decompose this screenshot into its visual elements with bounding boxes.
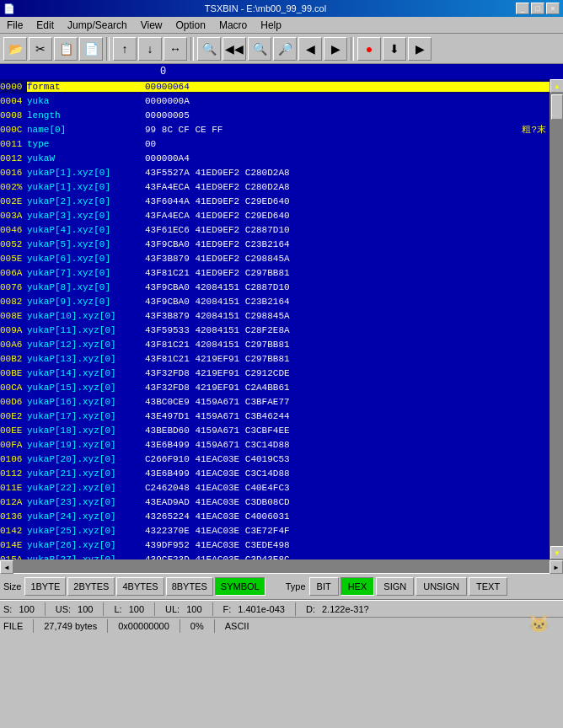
hex-row[interactable]: 008EyukaP[10].xyz[0]43F3B879 42084151 C2… [0,308,550,323]
record-button[interactable]: ● [357,37,381,61]
type-text-button[interactable]: TEXT [469,577,507,596]
vertical-scrollbar[interactable]: ▲ ▼ [550,79,563,559]
hex-row[interactable]: 015AyukaP[27].xyz[0]439CF23D 41EAC03E C3… [0,552,550,559]
row-address: 0016 [0,168,27,178]
menu-option[interactable]: Option [169,18,212,33]
copy-button[interactable]: 📋 [54,37,78,61]
hex-content[interactable]: 0000format000000640004yuka0000000A0008le… [0,79,550,559]
hex-row[interactable]: 00E2yukaP[17].xyz[0]43E497D1 4159A671 C3… [0,409,550,423]
size-1byte-button[interactable]: 1BYTE [24,577,66,596]
size-2bytes-button[interactable]: 2BYTES [67,577,115,596]
step-button[interactable]: ⬇ [383,37,406,61]
hex-row[interactable]: 00D6yukaP[16].xyz[0]43BC0CE9 4159A671 C3… [0,394,550,409]
prev-button[interactable]: ◀◀ [223,37,246,61]
title-icon: 📄 [3,3,15,14]
hex-row[interactable]: 0012yukaW000000A4 [0,151,550,165]
row-field-value: 43E6B499 4159A671 C3C14D88 [145,440,550,450]
hex-row[interactable]: 012AyukaP[23].xyz[0]43EAD9AD 41EAC03E C3… [0,495,550,509]
menu-macro[interactable]: Macro [212,18,254,33]
hex-row[interactable]: 0106yukaP[20].xyz[0]C266F910 41EAC03E C4… [0,452,550,466]
main-area: 0000format000000640004yuka0000000A0008le… [0,79,563,559]
hex-row[interactable]: 0136yukaP[24].xyz[0]43265224 41EAC03E C4… [0,509,550,523]
hex-row[interactable]: 0082yukaP[9].xyz[0]43F9CBA0 42084151 C23… [0,294,550,308]
next-button[interactable]: 🔍 [248,37,271,61]
hscroll-right-button[interactable]: ▶ [550,560,563,574]
hex-row[interactable]: 00A6yukaP[12].xyz[0]43F81C21 42084151 C2… [0,337,550,351]
maximize-button[interactable]: □ [531,3,544,14]
hex-row[interactable]: 00BEyukaP[14].xyz[0]43F32FD8 4219EF91 C2… [0,366,550,380]
row-address: 00CA [0,383,27,393]
type-unsign-button[interactable]: UNSIGN [416,577,467,596]
hex-row[interactable]: 0011type00 [0,136,550,151]
hex-row[interactable]: 009AyukaP[11].xyz[0]43F59533 42084151 C2… [0,323,550,337]
hex-row[interactable]: 0142yukaP[25].xyz[0]4322370E 41EAC03E C3… [0,523,550,538]
size-4bytes-button[interactable]: 4BYTES [116,577,164,596]
menu-view[interactable]: View [134,18,169,33]
hex-row[interactable]: 005EyukaP[6].xyz[0]43F3B879 41ED9EF2 C29… [0,251,550,265]
row-field-value: C266F910 41EAC03E C4019C53 [145,454,550,464]
play-button[interactable]: ▶ [408,37,432,61]
prev2-button[interactable]: ◀ [298,37,322,61]
menu-jump-search[interactable]: Jump/Search [61,18,134,33]
hscroll-track[interactable] [13,560,550,573]
hex-row[interactable]: 0052yukaP[5].xyz[0]43F9CBA0 41ED9EF2 C23… [0,237,550,251]
menu-file[interactable]: File [0,18,29,33]
scroll-track[interactable] [550,93,563,546]
hex-row[interactable]: 0000format00000064 [0,79,550,94]
delete-button[interactable]: ↓ [138,37,162,61]
percent: 0% [190,621,204,631]
hex-row[interactable]: 00FAyukaP[19].xyz[0]43E6B499 4159A671 C3… [0,437,550,452]
type-sign-button[interactable]: SIGN [376,577,414,596]
search2-button[interactable]: 🔎 [273,37,297,61]
hex-row[interactable]: 0112yukaP[21].xyz[0]43E6B499 41EAC03E C3… [0,466,550,480]
row-field-name: name[0] [27,125,145,135]
close-button[interactable]: × [546,3,560,14]
row-field-value: C2462048 41EAC03E C40E4FC3 [145,483,550,493]
scroll-thumb[interactable] [551,94,563,120]
scroll-up-button[interactable]: ▲ [550,79,563,93]
row-field-value: 43FA4ECA 41ED9EF2 C280D2A8 [145,182,550,192]
size-symbol-button[interactable]: SYMBOL [215,577,265,596]
type-hex-button[interactable]: HEX [340,577,375,596]
row-address: 012A [0,497,27,507]
hex-row[interactable]: 002EyukaP[2].xyz[0]43F6044A 41ED9EF2 C29… [0,194,550,208]
row-field-name: yukaP[13].xyz[0] [27,354,145,364]
hex-row[interactable]: 00B2yukaP[13].xyz[0]43F81C21 4219EF91 C2… [0,351,550,366]
hex-row[interactable]: 002%yukaP[1].xyz[0]43FA4ECA 41ED9EF2 C28… [0,179,550,194]
paste-button[interactable]: 📄 [79,37,103,61]
cut-button[interactable]: ✂ [29,37,52,61]
hex-row[interactable]: 0076yukaP[8].xyz[0]43F9CBA0 42084151 C28… [0,280,550,294]
open-button[interactable]: 📂 [3,37,27,61]
hex-row[interactable]: 000Cname[0]99 8C CF CE FF粗?末 [0,122,550,136]
menu-edit[interactable]: Edit [29,18,61,33]
hex-offset: 0x00000000 [118,621,169,631]
hex-row[interactable]: 006AyukaP[7].xyz[0]43F81C21 41ED9EF2 C29… [0,265,550,280]
type-bit-button[interactable]: BIT [309,577,339,596]
hscroll-left-button[interactable]: ◀ [0,560,13,574]
hex-row[interactable]: 0046yukaP[4].xyz[0]43F61EC6 41ED9EF2 C28… [0,222,550,237]
hex-row[interactable]: 014EyukaP[26].xyz[0]439DF952 41EAC03E C3… [0,538,550,552]
hex-row[interactable]: 011EyukaP[22].xyz[0]C2462048 41EAC03E C4… [0,480,550,495]
row-field-name: yuka [27,96,145,106]
swap-button[interactable]: ↔ [164,37,187,61]
titlebar-buttons[interactable]: _ □ × [516,3,560,14]
next2-button[interactable]: ▶ [324,37,347,61]
hex-row[interactable]: 0016yukaP[1].xyz[0]43F5527A 41ED9EF2 C28… [0,165,550,179]
ul-label: UL: [165,604,180,614]
search-button[interactable]: 🔍 [197,37,221,61]
row-field-name: yukaP[24].xyz[0] [27,511,145,522]
hex-row[interactable]: 00CAyukaP[15].xyz[0]43F32FD8 4219EF91 C2… [0,380,550,394]
hex-row[interactable]: 0004yuka0000000A [0,94,550,108]
row-field-value: 43F9CBA0 42084151 C23B2164 [145,297,550,307]
menu-help[interactable]: Help [254,18,288,33]
insert-button[interactable]: ↑ [113,37,137,61]
scroll-down-button[interactable]: ▼ [550,546,563,559]
row-field-value: 43E6B499 41EAC03E C3C14D88 [145,468,550,479]
hex-row[interactable]: 00EEyukaP[18].xyz[0]43BEBD60 4159A671 C3… [0,423,550,437]
horizontal-scrollbar[interactable]: ◀ ▶ [0,559,563,573]
row-field-name: yukaP[19].xyz[0] [27,440,145,450]
minimize-button[interactable]: _ [516,3,529,14]
hex-row[interactable]: 0008length00000005 [0,108,550,122]
size-8bytes-button[interactable]: 8BYTES [166,577,213,596]
hex-row[interactable]: 003AyukaP[3].xyz[0]43FA4ECA 41ED9EF2 C29… [0,208,550,222]
